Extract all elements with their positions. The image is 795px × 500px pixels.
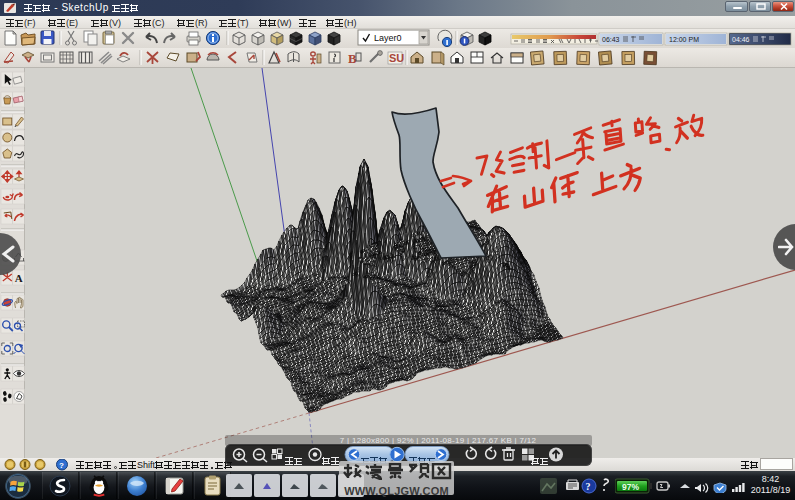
svg-text:Layer0: Layer0 [374,33,402,43]
svg-text:04:46: 04:46 [732,36,750,43]
svg-text:97%: 97% [622,482,639,492]
svg-text:A: A [15,272,23,284]
svg-text:?: ? [586,481,591,492]
svg-text:06:43: 06:43 [602,36,620,43]
svg-text:12:00 PM: 12:00 PM [669,36,699,43]
svg-text:SU: SU [389,52,404,64]
svg-text:?: ? [59,461,64,470]
